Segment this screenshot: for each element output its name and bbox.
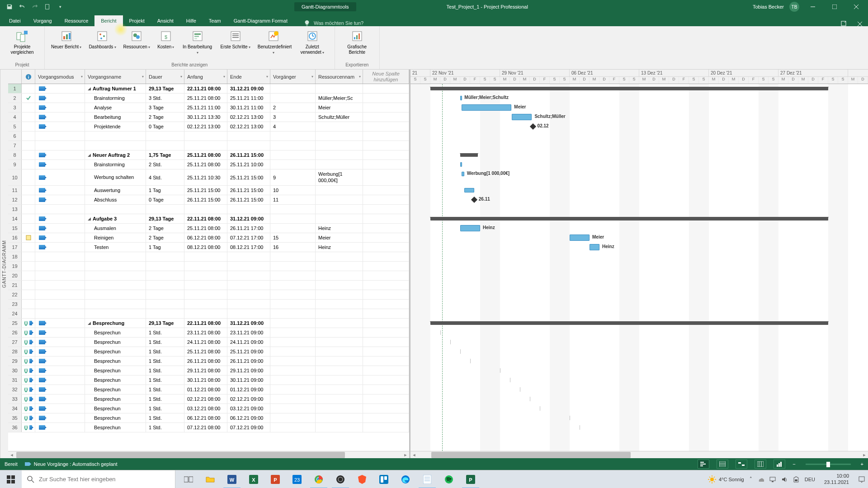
- cell[interactable]: [363, 195, 409, 204]
- cell[interactable]: 11: [270, 195, 316, 204]
- cell[interactable]: [85, 205, 146, 214]
- cell[interactable]: 29,13 Tage: [146, 319, 184, 328]
- row-number[interactable]: 34: [8, 404, 22, 413]
- status-schedule-mode[interactable]: Neue Vorgänge : Automatisch geplant: [25, 461, 118, 467]
- ribbon-kosten[interactable]: $Kosten: [155, 28, 177, 51]
- tab-ressource[interactable]: Ressource: [58, 15, 95, 26]
- cell[interactable]: Besprechun: [85, 338, 146, 347]
- ribbon-display-button[interactable]: [835, 21, 852, 26]
- cell[interactable]: [22, 281, 35, 290]
- cell[interactable]: [270, 404, 316, 413]
- app-chrome[interactable]: [308, 470, 329, 488]
- cell[interactable]: [270, 357, 316, 366]
- cell[interactable]: [316, 281, 363, 290]
- cell[interactable]: [22, 131, 35, 141]
- cell[interactable]: [270, 141, 316, 150]
- save-icon[interactable]: [5, 3, 14, 11]
- table-row[interactable]: 3Analyse3 Tage25.11.21 11:0030.11.21 11:…: [8, 103, 409, 113]
- cell[interactable]: [35, 252, 85, 261]
- cell[interactable]: [363, 281, 409, 290]
- cell[interactable]: [363, 103, 409, 112]
- cell[interactable]: 4 Std.: [146, 169, 184, 185]
- row-number[interactable]: 11: [8, 186, 22, 195]
- cell[interactable]: Bearbeitung: [85, 113, 146, 122]
- cell[interactable]: [22, 328, 35, 337]
- view-resource-sheet-button[interactable]: [755, 460, 766, 469]
- cell[interactable]: [22, 404, 35, 413]
- cell[interactable]: [184, 262, 227, 271]
- cell[interactable]: [316, 160, 363, 169]
- gantt-bar[interactable]: [430, 87, 828, 90]
- cell[interactable]: [316, 195, 363, 204]
- cell[interactable]: [270, 214, 316, 223]
- cell[interactable]: [22, 385, 35, 394]
- cell[interactable]: [363, 290, 409, 299]
- cell[interactable]: 23.11.21 08:00: [184, 328, 227, 337]
- app-spotify[interactable]: [439, 470, 459, 488]
- cell[interactable]: [146, 271, 184, 280]
- cell[interactable]: [35, 319, 85, 328]
- cell[interactable]: 03.12.21 09:00: [227, 404, 270, 413]
- cell[interactable]: 1 Std.: [146, 404, 184, 413]
- cell[interactable]: [270, 290, 316, 299]
- cell[interactable]: 25.11.21 10:00: [227, 160, 270, 169]
- cell[interactable]: [363, 252, 409, 261]
- cell[interactable]: [363, 84, 409, 93]
- cell[interactable]: [22, 84, 35, 93]
- cell[interactable]: [316, 338, 363, 347]
- ribbon-benutzerdefiniert[interactable]: Benutzerdefiniert: [255, 28, 292, 56]
- cell[interactable]: [363, 328, 409, 337]
- cell[interactable]: Schultz;Müller: [316, 113, 363, 122]
- cell[interactable]: [363, 366, 409, 375]
- cell[interactable]: [363, 319, 409, 328]
- row-number[interactable]: 20: [8, 271, 22, 280]
- gantt-bar[interactable]: [460, 225, 480, 231]
- gantt-bar[interactable]: [462, 172, 464, 176]
- row-number[interactable]: 7: [8, 141, 22, 150]
- cell[interactable]: [363, 214, 409, 223]
- cell[interactable]: [363, 338, 409, 347]
- task-view-button[interactable]: [178, 470, 199, 488]
- view-report-button[interactable]: [774, 460, 785, 469]
- user-avatar[interactable]: TB: [789, 2, 799, 12]
- cell[interactable]: [316, 319, 363, 328]
- ribbon-neuer-bericht[interactable]: Neuer Bericht: [48, 28, 84, 51]
- cell[interactable]: [270, 300, 316, 309]
- cell[interactable]: [227, 290, 270, 299]
- scroll-right-icon[interactable]: ►: [402, 453, 409, 457]
- cell[interactable]: [35, 394, 85, 404]
- cell[interactable]: [35, 423, 85, 432]
- cell[interactable]: Heinz: [316, 224, 363, 233]
- cell[interactable]: [22, 252, 35, 261]
- cell[interactable]: 0 Tage: [146, 122, 184, 131]
- cell[interactable]: [35, 84, 85, 93]
- cell[interactable]: 26.11.21 09:00: [227, 357, 270, 366]
- cell[interactable]: 25.11.21 09:00: [227, 347, 270, 356]
- cell[interactable]: [22, 423, 35, 432]
- cell[interactable]: Meier: [316, 103, 363, 112]
- cell[interactable]: [270, 394, 316, 404]
- cell[interactable]: 9: [270, 169, 316, 185]
- app-brave[interactable]: [352, 470, 373, 488]
- gantt-bar[interactable]: [460, 162, 462, 167]
- row-number[interactable]: 27: [8, 338, 22, 347]
- cell[interactable]: [270, 252, 316, 261]
- header-new-column[interactable]: Neue Spalte hinzufügen: [363, 70, 409, 84]
- row-number[interactable]: 5: [8, 122, 22, 131]
- row-number[interactable]: 28: [8, 347, 22, 356]
- cell[interactable]: [85, 271, 146, 280]
- row-number[interactable]: 4: [8, 113, 22, 122]
- row-number[interactable]: 22: [8, 290, 22, 299]
- cell[interactable]: 1 Tag: [146, 243, 184, 252]
- cell[interactable]: Reinigen: [85, 233, 146, 242]
- cell[interactable]: Meier: [316, 233, 363, 242]
- row-number[interactable]: 24: [8, 309, 22, 318]
- cell[interactable]: [270, 262, 316, 271]
- tab-hilfe[interactable]: Hilfe: [180, 15, 203, 26]
- cell[interactable]: 0 Tage: [146, 195, 184, 204]
- cell[interactable]: ◢Auftrag Nummer 1: [85, 84, 146, 93]
- row-number[interactable]: 12: [8, 195, 22, 204]
- cell[interactable]: [270, 150, 316, 160]
- gantt-hscroll[interactable]: ◄ ►: [410, 451, 868, 458]
- cell[interactable]: [363, 423, 409, 432]
